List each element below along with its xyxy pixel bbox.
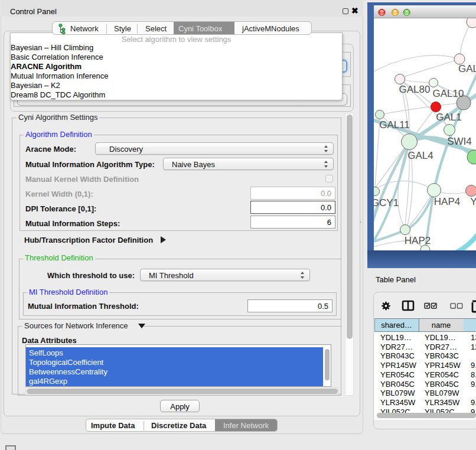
svg-text:Y: Y [470, 196, 476, 207]
svg-text:GAL1: GAL1 [436, 112, 461, 123]
svg-text:HAP2: HAP2 [405, 235, 431, 246]
svg-text:HAP4: HAP4 [434, 196, 460, 207]
svg-text:GCY1: GCY1 [374, 197, 399, 208]
svg-text:SWI4: SWI4 [447, 136, 472, 147]
svg-text:GAL: GAL [458, 63, 476, 74]
svg-text:GAL10: GAL10 [433, 88, 464, 99]
svg-text:GAL4: GAL4 [407, 150, 433, 161]
svg-text:GAL11: GAL11 [379, 119, 410, 131]
svg-text:GAL80: GAL80 [399, 84, 431, 95]
